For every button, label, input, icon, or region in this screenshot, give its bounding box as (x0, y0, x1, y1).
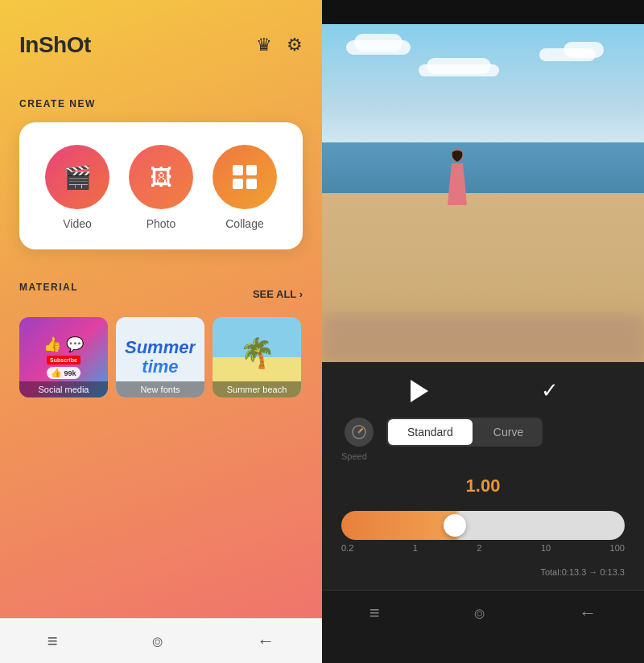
sand-area (322, 193, 644, 362)
slider-container: 0.2 1 2 10 100 (338, 511, 628, 556)
photo-label: Photo (147, 217, 176, 230)
summer-time-text: Summertime (125, 338, 196, 377)
slider-label-1: 1 (413, 543, 418, 553)
create-card: 🎬 Video 🖼 Photo C (19, 122, 303, 249)
photo-icon: 🖼 (150, 164, 172, 191)
svg-rect-3 (246, 179, 257, 189)
slider-labels: 0.2 1 2 10 100 (341, 540, 625, 556)
left-header: InShOt ♛ ⚙ (0, 0, 322, 74)
video-label: Video (63, 217, 92, 230)
video-icon: 🎬 (64, 164, 92, 191)
slider-label-4: 100 (610, 543, 625, 553)
video-circle: 🎬 (45, 145, 109, 209)
left-home-icon[interactable]: ⌾ (152, 631, 163, 652)
material-item-social[interactable]: 👍 💬 Subscribe 👍 99k Social media (19, 317, 108, 397)
slider-label-2: 2 (477, 543, 481, 553)
play-button[interactable] (411, 380, 428, 402)
left-back-icon[interactable]: ← (257, 631, 275, 652)
blurred-region (322, 314, 644, 362)
material-item-fonts[interactable]: Summertime New fonts (116, 317, 204, 397)
material-section: MATERIAL SEE ALL › 👍 💬 Subscribe 👍 99k (0, 262, 322, 410)
app-logo: InShOt (19, 32, 91, 58)
standard-button[interactable]: Standard (388, 419, 473, 445)
video-area (322, 24, 644, 362)
beach-scene-icon: 🌴 (239, 336, 275, 370)
speed-slider-thumb[interactable] (444, 514, 466, 537)
beach-image (322, 24, 644, 362)
cloud4 (564, 42, 604, 58)
create-new-section: CREATE NEW 🎬 Video 🖼 Photo (0, 74, 322, 262)
right-panel: ✓ Standard Curve Speed 1.00 0.2 (322, 0, 644, 663)
right-menu-icon[interactable]: ≡ (369, 603, 380, 624)
new-fonts-label: New fonts (116, 381, 204, 397)
crown-icon[interactable]: ♛ (256, 35, 272, 56)
material-item-beach[interactable]: 🌴 Summer beach (213, 317, 301, 397)
playback-row: ✓ (338, 375, 628, 406)
header-icons: ♛ ⚙ (256, 35, 303, 56)
social-media-label: Social media (19, 381, 108, 397)
right-back-icon[interactable]: ← (579, 603, 597, 624)
subscribe-badge: Subscribe (47, 356, 80, 364)
speed-value: 1.00 (338, 472, 628, 500)
material-grid: 👍 💬 Subscribe 👍 99k Social media Summert… (19, 317, 303, 397)
left-panel: InShOt ♛ ⚙ CREATE NEW 🎬 Video 🖼 Photo (0, 0, 322, 663)
curve-button[interactable]: Curve (474, 418, 543, 447)
sea-area (322, 142, 644, 193)
time-info: Total:0:13.3 → 0:13.3 (338, 567, 628, 577)
create-item-collage[interactable]: Collage (213, 145, 277, 230)
speedometer-icon (351, 424, 367, 440)
cloud2 (354, 34, 402, 51)
collage-label: Collage (225, 217, 263, 230)
confirm-button[interactable]: ✓ (541, 378, 559, 403)
right-bottom-nav: ≡ ⌾ ← (322, 590, 644, 635)
svg-rect-1 (246, 165, 257, 175)
collage-icon (230, 163, 259, 191)
speed-slider-track[interactable] (341, 511, 625, 540)
cloud6 (427, 58, 491, 74)
svg-rect-0 (233, 165, 243, 175)
material-header: MATERIAL SEE ALL › (19, 282, 303, 306)
see-all-button[interactable]: SEE ALL › (253, 288, 303, 300)
create-item-photo[interactable]: 🖼 Photo (129, 145, 193, 230)
right-home-icon[interactable]: ⌾ (474, 603, 485, 624)
left-bottom-nav: ≡ ⌾ ← (0, 618, 322, 663)
material-title: MATERIAL (19, 282, 78, 293)
follower-count: 👍 99k (47, 367, 80, 379)
svg-rect-2 (233, 179, 243, 189)
svg-point-6 (358, 431, 361, 434)
collage-circle (213, 145, 277, 209)
slider-label-0: 0.2 (341, 543, 353, 553)
slider-label-3: 10 (541, 543, 551, 553)
video-top-bar (322, 0, 644, 24)
photo-circle: 🖼 (129, 145, 193, 209)
speed-toggle-row: Standard Curve (338, 418, 628, 447)
sky-area (322, 24, 644, 142)
speed-toggle-group: Standard Curve (386, 418, 543, 447)
settings-icon[interactable]: ⚙ (287, 35, 303, 56)
summer-beach-label: Summer beach (213, 381, 301, 397)
person-silhouette (441, 149, 473, 213)
create-item-video[interactable]: 🎬 Video (45, 145, 109, 230)
speed-section-label: Speed (338, 451, 628, 461)
left-menu-icon[interactable]: ≡ (47, 631, 58, 652)
controls-area: ✓ Standard Curve Speed 1.00 0.2 (322, 362, 644, 590)
speed-icon (345, 418, 374, 447)
create-new-title: CREATE NEW (19, 98, 303, 109)
